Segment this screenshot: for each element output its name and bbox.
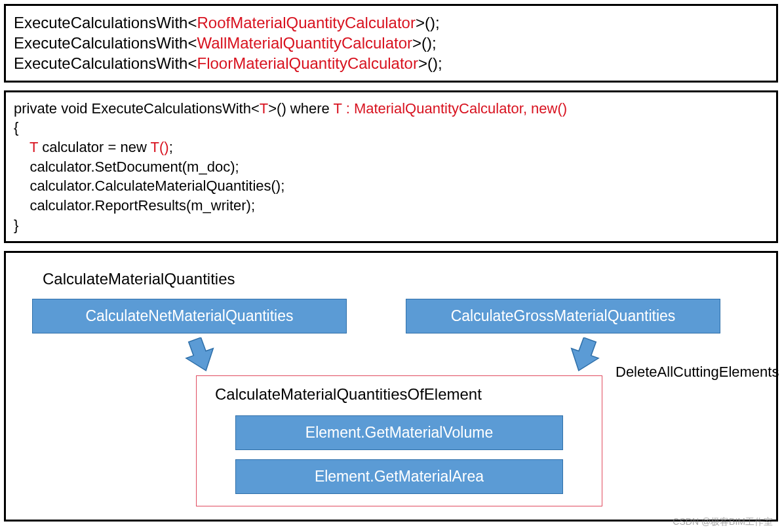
code-line: calculator.SetDocument(m_doc); — [14, 157, 768, 177]
code-line: calculator.CalculateMaterialQuantities()… — [14, 176, 768, 196]
code-line: T calculator = new T(); — [14, 138, 768, 157]
code-text — [14, 139, 29, 155]
type-name: FloorMaterialQuantityCalculator — [197, 54, 418, 72]
code-line: calculator.ReportResults(m_writer); — [14, 196, 768, 216]
code-text: >() where — [268, 100, 333, 117]
diagram-title: CalculateMaterialQuantities — [43, 270, 746, 288]
code-text: ExecuteCalculationsWith< — [14, 14, 197, 31]
frame-title: CalculateMaterialQuantitiesOfElement — [215, 385, 586, 404]
get-area-box: Element.GetMaterialArea — [235, 459, 563, 494]
diagram-row: CalculateNetMaterialQuantities Calculate… — [32, 299, 750, 333]
code-text: ExecuteCalculationsWith< — [14, 54, 197, 72]
code-block-1: ExecuteCalculationsWith<RoofMaterialQuan… — [4, 4, 778, 83]
calc-net-box: CalculateNetMaterialQuantities — [32, 299, 347, 333]
code-text: private void ExecuteCalculationsWith< — [14, 100, 260, 117]
code-line: ExecuteCalculationsWith<WallMaterialQuan… — [14, 33, 768, 53]
type-name: RoofMaterialQuantityCalculator — [197, 14, 415, 31]
code-text: ; — [169, 139, 173, 155]
watermark: CSDN @极客BIM工作室 — [673, 516, 773, 528]
svg-marker-0 — [181, 337, 219, 374]
code-line: private void ExecuteCalculationsWith<T>(… — [14, 99, 768, 119]
code-text: ExecuteCalculationsWith< — [14, 34, 197, 52]
code-text: T — [29, 139, 38, 155]
type-name: WallMaterialQuantityCalculator — [197, 34, 412, 52]
get-volume-box: Element.GetMaterialVolume — [235, 415, 563, 450]
code-text: T : MaterialQuantityCalculator, new() — [334, 100, 568, 117]
svg-marker-1 — [565, 337, 602, 374]
code-text: T() — [151, 139, 169, 155]
element-calc-frame: CalculateMaterialQuantitiesOfElement Ele… — [196, 375, 602, 506]
calc-gross-box: CalculateGrossMaterialQuantities — [406, 299, 720, 333]
code-line: } — [14, 216, 768, 235]
code-line: { — [14, 118, 768, 138]
code-text: >(); — [418, 54, 442, 72]
code-line: ExecuteCalculationsWith<RoofMaterialQuan… — [14, 12, 768, 33]
code-text: T — [260, 100, 268, 117]
code-block-2: private void ExecuteCalculationsWith<T>(… — [4, 90, 778, 244]
diagram-block: CalculateMaterialQuantities CalculateNet… — [4, 251, 778, 522]
arrow-down-right-icon — [180, 337, 219, 377]
code-text: >(); — [416, 14, 440, 31]
code-text: calculator = new — [38, 139, 150, 155]
code-text: >(); — [412, 34, 437, 52]
delete-cutting-label: DeleteAllCuttingElements — [616, 364, 779, 381]
arrow-down-left-icon — [563, 337, 602, 377]
code-line: ExecuteCalculationsWith<FloorMaterialQua… — [14, 53, 768, 73]
